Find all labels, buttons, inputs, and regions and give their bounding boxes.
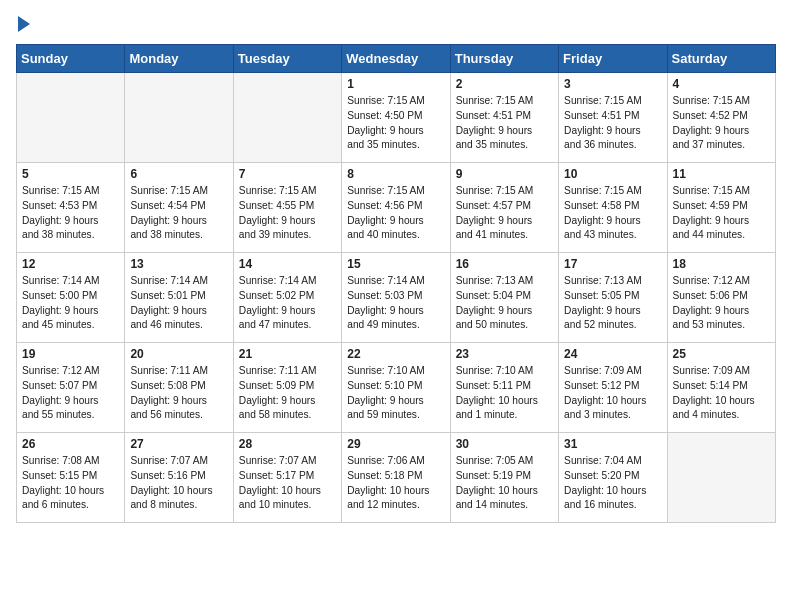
day-info: Sunrise: 7:15 AMSunset: 4:50 PMDaylight:… [347,94,444,153]
day-info: Sunrise: 7:15 AMSunset: 4:53 PMDaylight:… [22,184,119,243]
calendar-cell: 20Sunrise: 7:11 AMSunset: 5:08 PMDayligh… [125,343,233,433]
day-number: 8 [347,167,444,181]
day-number: 4 [673,77,770,91]
day-number: 10 [564,167,661,181]
calendar-cell: 30Sunrise: 7:05 AMSunset: 5:19 PMDayligh… [450,433,558,523]
day-number: 18 [673,257,770,271]
day-info: Sunrise: 7:15 AMSunset: 4:58 PMDaylight:… [564,184,661,243]
calendar-cell: 4Sunrise: 7:15 AMSunset: 4:52 PMDaylight… [667,73,775,163]
day-header-monday: Monday [125,45,233,73]
calendar-cell: 9Sunrise: 7:15 AMSunset: 4:57 PMDaylight… [450,163,558,253]
day-number: 25 [673,347,770,361]
calendar-cell: 13Sunrise: 7:14 AMSunset: 5:01 PMDayligh… [125,253,233,343]
day-info: Sunrise: 7:13 AMSunset: 5:04 PMDaylight:… [456,274,553,333]
day-info: Sunrise: 7:07 AMSunset: 5:16 PMDaylight:… [130,454,227,513]
day-info: Sunrise: 7:15 AMSunset: 4:57 PMDaylight:… [456,184,553,243]
day-info: Sunrise: 7:10 AMSunset: 5:11 PMDaylight:… [456,364,553,423]
calendar-cell: 2Sunrise: 7:15 AMSunset: 4:51 PMDaylight… [450,73,558,163]
day-info: Sunrise: 7:14 AMSunset: 5:01 PMDaylight:… [130,274,227,333]
calendar-cell: 26Sunrise: 7:08 AMSunset: 5:15 PMDayligh… [17,433,125,523]
day-number: 20 [130,347,227,361]
day-info: Sunrise: 7:15 AMSunset: 4:56 PMDaylight:… [347,184,444,243]
day-number: 19 [22,347,119,361]
day-header-wednesday: Wednesday [342,45,450,73]
week-row-2: 5Sunrise: 7:15 AMSunset: 4:53 PMDaylight… [17,163,776,253]
day-info: Sunrise: 7:14 AMSunset: 5:00 PMDaylight:… [22,274,119,333]
calendar-cell: 3Sunrise: 7:15 AMSunset: 4:51 PMDaylight… [559,73,667,163]
day-header-tuesday: Tuesday [233,45,341,73]
day-info: Sunrise: 7:10 AMSunset: 5:10 PMDaylight:… [347,364,444,423]
day-info: Sunrise: 7:15 AMSunset: 4:55 PMDaylight:… [239,184,336,243]
day-number: 5 [22,167,119,181]
day-number: 26 [22,437,119,451]
day-number: 1 [347,77,444,91]
day-info: Sunrise: 7:15 AMSunset: 4:51 PMDaylight:… [456,94,553,153]
calendar-cell: 21Sunrise: 7:11 AMSunset: 5:09 PMDayligh… [233,343,341,433]
week-row-4: 19Sunrise: 7:12 AMSunset: 5:07 PMDayligh… [17,343,776,433]
day-info: Sunrise: 7:11 AMSunset: 5:09 PMDaylight:… [239,364,336,423]
day-number: 6 [130,167,227,181]
day-number: 17 [564,257,661,271]
day-header-saturday: Saturday [667,45,775,73]
calendar-header-row: SundayMondayTuesdayWednesdayThursdayFrid… [17,45,776,73]
calendar-cell: 27Sunrise: 7:07 AMSunset: 5:16 PMDayligh… [125,433,233,523]
calendar-cell: 24Sunrise: 7:09 AMSunset: 5:12 PMDayligh… [559,343,667,433]
day-number: 24 [564,347,661,361]
calendar-cell: 6Sunrise: 7:15 AMSunset: 4:54 PMDaylight… [125,163,233,253]
day-number: 22 [347,347,444,361]
day-number: 30 [456,437,553,451]
calendar-cell: 19Sunrise: 7:12 AMSunset: 5:07 PMDayligh… [17,343,125,433]
calendar-table: SundayMondayTuesdayWednesdayThursdayFrid… [16,44,776,523]
day-number: 31 [564,437,661,451]
day-info: Sunrise: 7:14 AMSunset: 5:02 PMDaylight:… [239,274,336,333]
day-info: Sunrise: 7:04 AMSunset: 5:20 PMDaylight:… [564,454,661,513]
calendar-cell: 31Sunrise: 7:04 AMSunset: 5:20 PMDayligh… [559,433,667,523]
day-number: 11 [673,167,770,181]
logo-arrow-icon [18,16,30,32]
calendar-cell: 11Sunrise: 7:15 AMSunset: 4:59 PMDayligh… [667,163,775,253]
day-info: Sunrise: 7:15 AMSunset: 4:52 PMDaylight:… [673,94,770,153]
calendar-cell: 23Sunrise: 7:10 AMSunset: 5:11 PMDayligh… [450,343,558,433]
week-row-1: 1Sunrise: 7:15 AMSunset: 4:50 PMDaylight… [17,73,776,163]
day-number: 7 [239,167,336,181]
day-number: 12 [22,257,119,271]
day-number: 2 [456,77,553,91]
day-number: 15 [347,257,444,271]
day-info: Sunrise: 7:12 AMSunset: 5:06 PMDaylight:… [673,274,770,333]
day-number: 21 [239,347,336,361]
calendar-cell: 28Sunrise: 7:07 AMSunset: 5:17 PMDayligh… [233,433,341,523]
calendar-cell [667,433,775,523]
calendar-cell: 15Sunrise: 7:14 AMSunset: 5:03 PMDayligh… [342,253,450,343]
day-number: 3 [564,77,661,91]
day-info: Sunrise: 7:05 AMSunset: 5:19 PMDaylight:… [456,454,553,513]
calendar-cell: 18Sunrise: 7:12 AMSunset: 5:06 PMDayligh… [667,253,775,343]
day-info: Sunrise: 7:12 AMSunset: 5:07 PMDaylight:… [22,364,119,423]
calendar-cell: 14Sunrise: 7:14 AMSunset: 5:02 PMDayligh… [233,253,341,343]
calendar-cell: 12Sunrise: 7:14 AMSunset: 5:00 PMDayligh… [17,253,125,343]
calendar-cell: 22Sunrise: 7:10 AMSunset: 5:10 PMDayligh… [342,343,450,433]
day-info: Sunrise: 7:11 AMSunset: 5:08 PMDaylight:… [130,364,227,423]
day-info: Sunrise: 7:15 AMSunset: 4:54 PMDaylight:… [130,184,227,243]
day-number: 23 [456,347,553,361]
calendar-cell: 29Sunrise: 7:06 AMSunset: 5:18 PMDayligh… [342,433,450,523]
day-info: Sunrise: 7:14 AMSunset: 5:03 PMDaylight:… [347,274,444,333]
calendar-cell [17,73,125,163]
day-number: 28 [239,437,336,451]
logo [16,16,30,32]
day-number: 16 [456,257,553,271]
day-info: Sunrise: 7:15 AMSunset: 4:51 PMDaylight:… [564,94,661,153]
day-info: Sunrise: 7:08 AMSunset: 5:15 PMDaylight:… [22,454,119,513]
day-info: Sunrise: 7:15 AMSunset: 4:59 PMDaylight:… [673,184,770,243]
day-number: 14 [239,257,336,271]
day-info: Sunrise: 7:07 AMSunset: 5:17 PMDaylight:… [239,454,336,513]
calendar-cell: 8Sunrise: 7:15 AMSunset: 4:56 PMDaylight… [342,163,450,253]
page-header [16,16,776,32]
day-number: 29 [347,437,444,451]
calendar-cell: 25Sunrise: 7:09 AMSunset: 5:14 PMDayligh… [667,343,775,433]
day-info: Sunrise: 7:13 AMSunset: 5:05 PMDaylight:… [564,274,661,333]
calendar-cell: 17Sunrise: 7:13 AMSunset: 5:05 PMDayligh… [559,253,667,343]
day-info: Sunrise: 7:09 AMSunset: 5:14 PMDaylight:… [673,364,770,423]
calendar-cell: 5Sunrise: 7:15 AMSunset: 4:53 PMDaylight… [17,163,125,253]
day-info: Sunrise: 7:09 AMSunset: 5:12 PMDaylight:… [564,364,661,423]
calendar-cell: 7Sunrise: 7:15 AMSunset: 4:55 PMDaylight… [233,163,341,253]
